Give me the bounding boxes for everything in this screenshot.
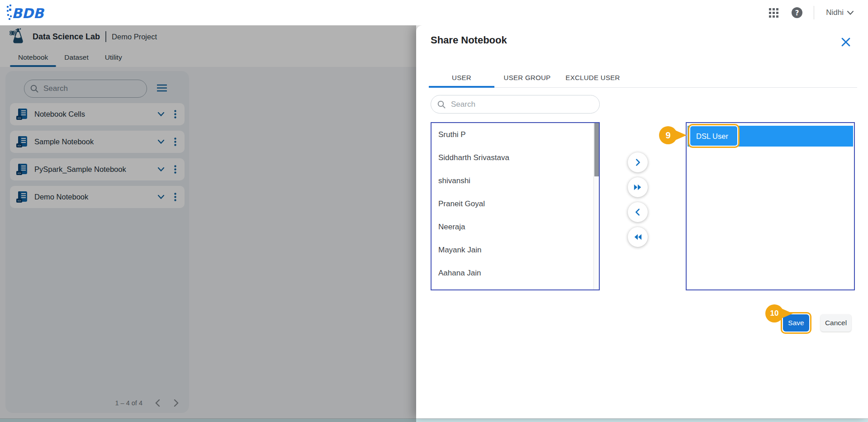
annotation-step-number: 9: [659, 126, 678, 145]
tab-exclude-user[interactable]: EXCLUDE USER: [560, 68, 626, 87]
user-item[interactable]: Neeraja: [432, 215, 599, 238]
move-all-left-icon: [633, 232, 643, 242]
bdb-logo-icon: BDB: [6, 3, 45, 22]
close-button[interactable]: [839, 35, 853, 50]
annotation-step-number: 10: [765, 304, 784, 323]
help-button[interactable]: ?: [789, 5, 805, 20]
annotation-step-9: 9: [659, 126, 688, 147]
user-item[interactable]: Aahana Jain: [432, 261, 599, 284]
user-item[interactable]: Siddharth Srivastava: [432, 146, 599, 169]
page: BDB ?: [0, 0, 868, 422]
dialog-tabs: USER USER GROUP EXCLUDE USER: [429, 68, 857, 88]
move-all-right-button[interactable]: [628, 177, 648, 197]
top-bar: BDB ?: [0, 0, 868, 25]
selected-user-row[interactable]: DSL User: [688, 126, 853, 147]
available-users-list: Sruthi P Siddharth Srivastava shivanshi …: [431, 122, 600, 290]
list-scrollbar[interactable]: [593, 123, 599, 289]
tab-user-group[interactable]: USER GROUP: [494, 68, 560, 87]
share-notebook-dialog: Share Notebook USER USER GROUP EXCLUDE U…: [416, 25, 868, 418]
svg-text:BDB: BDB: [12, 5, 45, 21]
user-item[interactable]: Mayank Jain: [432, 238, 599, 261]
bdb-logo[interactable]: BDB: [6, 3, 45, 22]
search-icon: [437, 100, 446, 109]
chevron-down-icon: [847, 11, 854, 15]
apps-grid-icon: [769, 8, 778, 18]
modal-overlay: [0, 25, 416, 422]
user-menu[interactable]: Nidhi: [823, 8, 856, 18]
tab-user[interactable]: USER: [429, 68, 494, 87]
cancel-button[interactable]: Cancel: [821, 314, 851, 332]
move-right-icon: [633, 158, 642, 167]
move-all-right-icon: [633, 183, 643, 192]
user-search[interactable]: [431, 95, 600, 114]
dialog-title: Share Notebook: [431, 34, 507, 46]
scrollbar-thumb[interactable]: [594, 123, 599, 176]
user-item[interactable]: Praneit Goyal: [432, 192, 599, 215]
topbar-divider: [814, 6, 814, 19]
apps-grid-button[interactable]: [767, 6, 780, 19]
move-left-button[interactable]: [628, 202, 648, 222]
user-search-input[interactable]: [450, 100, 583, 109]
save-button[interactable]: Save: [783, 314, 809, 332]
top-bar-actions: ? Nidhi: [767, 5, 856, 20]
close-icon: [841, 37, 851, 47]
annotation-pointer-icon: [659, 126, 688, 145]
selected-users-list: DSL User: [686, 122, 855, 290]
user-item[interactable]: shivanshi: [432, 169, 599, 192]
move-right-button[interactable]: [628, 152, 648, 172]
help-icon: ?: [791, 7, 803, 19]
move-all-left-button[interactable]: [628, 227, 648, 247]
user-name: Nidhi: [826, 8, 844, 17]
svg-text:?: ?: [795, 9, 799, 17]
user-item[interactable]: Sruthi P: [432, 123, 599, 146]
move-left-icon: [633, 208, 642, 217]
selected-user-name: DSL User: [696, 132, 728, 141]
